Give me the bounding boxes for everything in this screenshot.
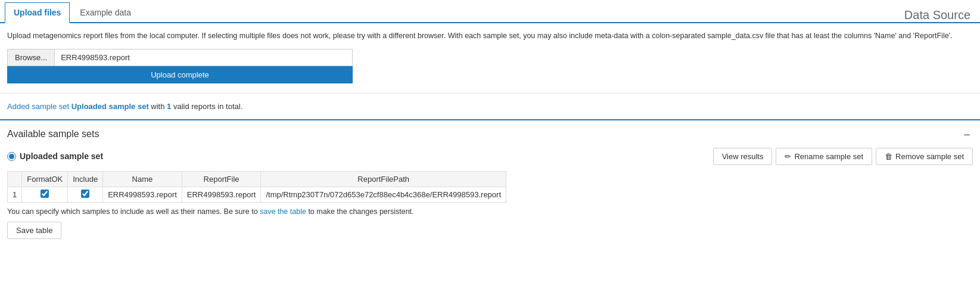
cell-report-file: ERR4998593.report [182, 187, 261, 202]
sample-sets-section: Available sample sets − Uploaded sample … [0, 120, 980, 247]
view-results-button[interactable]: View results [713, 148, 773, 165]
sample-set-radio-label[interactable]: Uploaded sample set [7, 151, 103, 161]
rename-icon: ✏ [785, 152, 791, 161]
col-header-include: Include [68, 171, 103, 187]
cell-include [68, 187, 103, 202]
col-header-index [8, 171, 22, 187]
success-message: Added sample set Uploaded sample set wit… [7, 102, 973, 111]
section-header: Available sample sets − [7, 129, 973, 141]
upload-section: Upload metagenomics report files from th… [0, 23, 980, 94]
sample-set-radio[interactable] [7, 152, 16, 161]
cell-report-file-path: /tmp/Rtmp230T7n/072d653e72cf88ec4b4c368e… [261, 187, 506, 202]
col-header-format-ok: FormatOK [22, 171, 68, 187]
table-note: You can specify which samples to include… [7, 207, 973, 216]
cell-name: ERR4998593.report [103, 187, 182, 202]
col-header-report-file: ReportFile [182, 171, 261, 187]
col-header-report-file-path: ReportFilePath [261, 171, 506, 187]
tab-upload-files[interactable]: Upload files [5, 2, 70, 23]
tab-example-data[interactable]: Example data [71, 2, 140, 22]
sample-set-left: Uploaded sample set [7, 151, 103, 161]
sample-set-name: Uploaded sample set [20, 151, 103, 161]
file-input-wrapper: Browse... ERR4998593.report Upload compl… [7, 49, 973, 83]
upload-description: Upload metagenomics report files from th… [7, 30, 973, 42]
tab-bar: Upload files Example data [0, 0, 980, 23]
minimize-button[interactable]: − [961, 129, 973, 141]
upload-progress-bar: Upload complete [7, 66, 353, 83]
file-input-row: Browse... ERR4998593.report [7, 49, 353, 66]
col-header-name: Name [103, 171, 182, 187]
file-name-display: ERR4998593.report [55, 49, 352, 66]
action-buttons: View results ✏ Rename sample set 🗑 Remov… [713, 148, 973, 165]
include-checkbox[interactable] [81, 190, 89, 198]
save-table-button[interactable]: Save table [7, 222, 61, 239]
cell-index: 1 [8, 187, 22, 202]
remove-sample-set-button[interactable]: 🗑 Remove sample set [876, 148, 973, 165]
data-source-label: Data Source [904, 8, 970, 22]
format-ok-checkbox[interactable] [41, 190, 49, 198]
save-table-link[interactable]: save the table [260, 207, 306, 216]
remove-icon: 🗑 [885, 152, 892, 161]
section-title: Available sample sets [7, 129, 99, 139]
browse-button[interactable]: Browse... [8, 49, 55, 66]
sample-table: FormatOK Include Name ReportFile ReportF… [7, 171, 506, 203]
table-header-row: FormatOK Include Name ReportFile ReportF… [8, 171, 506, 187]
cell-format-ok [22, 187, 68, 202]
table-row: 1 ERR4998593.report ERR4998593.report /t… [8, 187, 506, 202]
rename-sample-set-button[interactable]: ✏ Rename sample set [776, 148, 872, 165]
success-section: Added sample set Uploaded sample set wit… [0, 94, 980, 120]
sample-set-row: Uploaded sample set View results ✏ Renam… [7, 148, 973, 165]
